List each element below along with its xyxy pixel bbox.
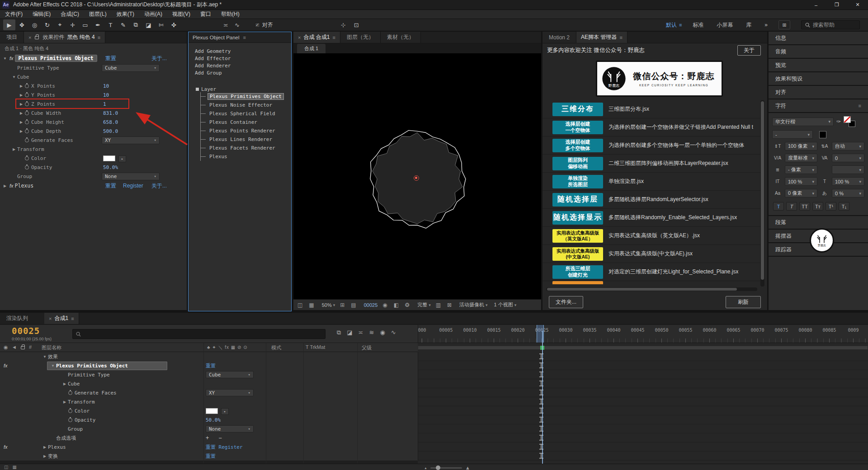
tool-button[interactable]: ✄ [155,19,167,30]
fx-badge-icon[interactable]: fx [4,444,8,450]
status-item[interactable]: ❂ [405,302,411,308]
panel-header[interactable]: 音频 [769,45,868,58]
setting-select[interactable]: 0 像素 [785,189,817,197]
timeline-property-row[interactable]: fx ▼ Plexus Primitives Object 重置 [0,361,868,370]
close-tab-icon[interactable]: × [28,35,31,40]
track-area[interactable] [418,415,868,424]
tree-item[interactable]: Plexus Lines Renderer [201,135,291,144]
stopwatch-icon[interactable] [25,120,29,124]
tool-button[interactable]: ▭ [79,19,91,30]
eyedropper-icon[interactable]: ✑ [836,118,841,125]
refresh-button[interactable]: 刷新 [726,296,761,308]
fx-badge-icon[interactable]: fx [9,56,14,61]
checkbox-icon[interactable]: ✓ [255,23,260,28]
effect-property-row[interactable]: ▶ Y Points 10 [0,90,187,99]
zoom-out-icon[interactable]: ▲ [424,466,427,470]
effect-property-row[interactable]: ▶ X Points 10 [0,81,187,90]
status-item[interactable]: ▦ [309,302,315,308]
comp-crumb-tab[interactable]: 合成 1 [297,44,326,53]
effect-header-row-2[interactable]: ▶ fx Plexus 重置 Register 关于... [0,181,187,191]
twirl-icon[interactable]: ▶ [61,400,68,404]
tool-button[interactable]: ✎ [117,19,129,30]
close-tab-icon[interactable]: × [49,316,52,321]
tool-button[interactable]: ◎ [28,19,41,30]
effect-property-row[interactable]: Opacity 50.0% [0,163,187,172]
property-value[interactable]: 500.0 [103,128,118,134]
status-item[interactable]: 完整 [416,301,431,308]
tab-project[interactable]: 项目 [0,32,24,43]
comp-layer-context[interactable]: 合成 1 · 黑色 纯色 4 [0,43,187,53]
effect-name[interactable]: Plexus [15,183,34,189]
twirl-icon[interactable]: ▶ [42,445,48,449]
timeline-zoom-slider[interactable]: ▲ ▲ [424,465,470,470]
timeline-property-row[interactable]: ▶ 变换 重置 [0,451,868,461]
twirl-icon[interactable]: ▶ [61,382,68,386]
workspace-tab[interactable]: 库 [746,21,754,29]
track-area[interactable] [418,379,868,388]
timeline-property-row[interactable]: Primitive Type Cube [0,370,868,379]
work-area-strip[interactable] [418,343,868,352]
lock-column-icon[interactable] [21,346,25,349]
property-value[interactable]: 10 [103,92,109,98]
track-area[interactable] [418,370,868,379]
timeline-toggle-icon[interactable]: ◪ [347,329,352,336]
parent-column[interactable]: 父级 [362,344,372,351]
plexus-add-button[interactable]: Add Geometry [195,47,291,55]
property-value[interactable]: 831.0 [103,110,118,116]
panel-menu-icon[interactable]: ≡ [243,35,246,40]
track-area[interactable] [418,433,868,442]
property-value[interactable]: Cube [206,371,254,378]
panel-menu-icon[interactable]: ≡ [859,103,861,108]
stopwatch-icon[interactable] [25,84,29,88]
setting-select[interactable]: 0 % [832,189,864,197]
audio-column-icon[interactable]: ◄ [12,344,17,350]
stopwatch-icon[interactable] [25,138,29,142]
workspace-menu-icon[interactable]: ≡ [679,22,682,28]
stopwatch-icon[interactable] [68,418,72,422]
timeline-toggle-icon[interactable]: ◉ [380,329,385,336]
playhead-line[interactable] [542,331,543,464]
tree-item[interactable]: Plexus Primitives Object [201,92,291,101]
menu-item[interactable]: 帮助(H) [216,10,245,18]
help-search-input[interactable]: 搜索帮助 [801,20,860,29]
property-value[interactable] [206,408,218,414]
plexus-add-button[interactable]: Add Group [195,69,291,76]
tab-timeline-comp[interactable]: × 合成1 ≡ [44,313,79,324]
close-tab-icon[interactable]: × [298,35,301,40]
toolbar-icon[interactable]: ∿ [235,22,240,28]
comp-viewport[interactable] [293,53,541,299]
current-time-field[interactable]: 00025 [12,326,40,336]
timeline-toggle-icon[interactable]: ∿ [391,329,396,336]
timeline-view-toggle-icon[interactable]: ▦ [12,465,16,470]
tab-layer[interactable]: 图层（无） [340,32,381,43]
timeline-property-row[interactable]: ▶ Cube [0,379,868,388]
plexus-add-button[interactable]: Add Effector [195,55,291,62]
status-item[interactable]: 活动摄像机 [458,301,488,308]
timeline-property-row[interactable]: Color [0,406,868,415]
property-value[interactable]: Cube [102,64,160,72]
tree-item[interactable]: Plexus Points Renderer [201,127,291,135]
status-item[interactable]: ⊠ [447,302,453,308]
tab-effect-controls[interactable]: × 效果控件 黑色 纯色 4 ≡ [24,32,105,43]
twirl-icon[interactable]: ▼ [2,56,8,61]
script-run-button[interactable]: 图层阵列 偏移动画 [552,157,603,170]
setting-select[interactable]: 度量标准 [785,154,817,162]
property-value[interactable]: None [206,425,254,432]
stopwatch-icon[interactable] [25,111,29,115]
stopwatch-icon[interactable] [25,156,29,160]
track-area[interactable] [418,406,868,415]
track-area[interactable] [418,424,868,433]
tool-button[interactable]: ✥ [16,19,28,30]
status-item[interactable]: 00025 [363,302,378,308]
about-link[interactable]: 关于... [151,182,167,190]
timeline-toggle-icon[interactable]: ⧉ [337,329,341,336]
timeline-view-toggle-icon[interactable]: ◫ [4,465,8,470]
twirl-icon[interactable]: ▶ [42,454,48,458]
about-button[interactable]: 关于 [737,45,761,56]
toolbar-icon[interactable]: ⊡ [354,22,359,28]
close-button[interactable]: ✕ [847,0,868,9]
property-value[interactable]: 658.0 [103,119,118,125]
timeline-toggle-icon[interactable]: ≍ [359,329,363,336]
about-link[interactable]: 关于... [151,55,167,62]
property-value[interactable]: 10 [103,83,109,89]
